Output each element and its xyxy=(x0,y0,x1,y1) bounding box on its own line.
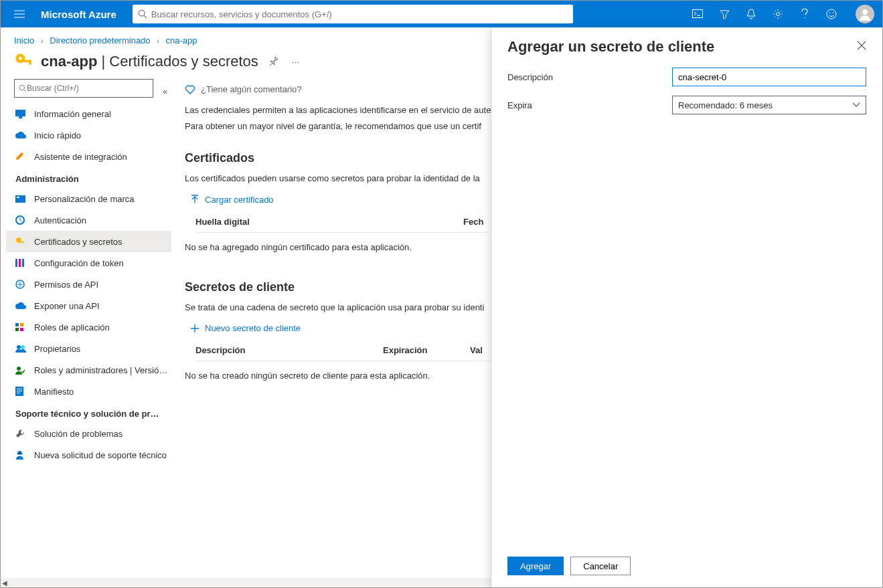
nav-label: Roles de aplicación xyxy=(34,322,110,332)
api-perms-icon xyxy=(15,280,25,289)
svg-rect-34 xyxy=(17,391,22,391)
topbar-actions xyxy=(684,1,845,27)
nav-label: Autenticación xyxy=(34,215,86,225)
pin-button[interactable] xyxy=(266,54,281,70)
svg-point-12 xyxy=(19,85,25,90)
close-icon xyxy=(857,41,866,50)
chevron-down-icon xyxy=(852,102,860,108)
bell-icon xyxy=(746,9,756,19)
nav-label: Asistente de integración xyxy=(34,152,127,162)
nav-quickstart[interactable]: Inicio rápido xyxy=(6,124,171,146)
nav-label: Información general xyxy=(34,109,111,119)
topbar: Microsoft Azure xyxy=(1,1,882,27)
panel-title: Agregar un secreto de cliente xyxy=(507,38,714,56)
expires-select[interactable]: Recomendado: 6 meses xyxy=(672,96,866,114)
global-search[interactable] xyxy=(133,5,573,23)
nav-label: Manifiesto xyxy=(34,387,74,397)
search-icon xyxy=(138,9,147,19)
cloud-icon xyxy=(15,131,26,139)
nav-label: Propietarios xyxy=(34,344,80,354)
nav-overview[interactable]: Información general xyxy=(6,103,171,124)
nav-token-config[interactable]: Configuración de token xyxy=(6,252,171,274)
svg-rect-35 xyxy=(17,393,20,393)
global-search-input[interactable] xyxy=(147,9,568,19)
sidenav: « Información general Inicio rápido Asis… xyxy=(1,79,171,587)
cancel-button[interactable]: Cancelar xyxy=(570,557,631,575)
more-button[interactable]: ··· xyxy=(289,54,302,70)
description-label: Descripción xyxy=(507,72,672,82)
nav-expose-api[interactable]: Exponer una API xyxy=(6,295,171,316)
breadcrumb-app[interactable]: cna-app xyxy=(166,35,197,45)
avatar[interactable] xyxy=(856,5,874,23)
overview-icon xyxy=(15,110,25,118)
svg-point-31 xyxy=(17,367,21,371)
nav-certs-secrets[interactable]: Certificados y secretos xyxy=(6,231,171,252)
support-icon xyxy=(15,450,24,460)
nav-app-roles[interactable]: Roles de aplicación xyxy=(6,316,171,338)
svg-rect-17 xyxy=(17,197,19,198)
nav-support-request[interactable]: Nueva solicitud de soporte técnico xyxy=(6,444,171,466)
svg-rect-2 xyxy=(693,10,703,18)
collapse-sidenav-button[interactable]: « xyxy=(163,86,167,96)
nav-integration[interactable]: Asistente de integración xyxy=(6,146,171,167)
cert-col-date: Fech xyxy=(463,217,483,227)
svg-point-3 xyxy=(777,13,780,16)
svg-rect-15 xyxy=(19,116,22,118)
nav-roles-admin[interactable]: Roles y administradores | Versió… xyxy=(6,359,171,381)
svg-rect-25 xyxy=(15,323,19,326)
nav-label: Permisos de API xyxy=(34,280,98,290)
key-icon xyxy=(14,52,33,71)
smiley-icon xyxy=(826,9,837,19)
expires-value: Recomendado: 6 meses xyxy=(678,100,773,110)
svg-point-5 xyxy=(829,12,831,13)
svg-rect-11 xyxy=(29,60,31,65)
close-panel-button[interactable] xyxy=(854,38,869,55)
chevron-right-icon: › xyxy=(37,37,48,45)
cloud-shell-button[interactable] xyxy=(684,1,711,27)
svg-rect-21 xyxy=(15,259,17,267)
nav-api-perms[interactable]: Permisos de API xyxy=(6,274,171,295)
directories-button[interactable] xyxy=(711,1,738,27)
svg-rect-33 xyxy=(17,389,22,389)
nav-label: Nueva solicitud de soporte técnico xyxy=(34,450,167,460)
svg-line-13 xyxy=(24,90,26,92)
svg-rect-16 xyxy=(15,195,25,203)
add-button[interactable]: Agregar xyxy=(507,557,564,575)
nav-auth[interactable]: Autenticación xyxy=(6,209,171,231)
pin-icon xyxy=(269,56,278,66)
svg-point-6 xyxy=(833,12,834,13)
description-input[interactable] xyxy=(672,68,866,86)
upload-icon xyxy=(190,195,199,204)
page-title: cna-app | Certificados y secretos xyxy=(41,53,258,70)
hamburger-menu[interactable] xyxy=(6,1,33,27)
svg-rect-23 xyxy=(22,259,24,267)
nav-troubleshoot[interactable]: Solución de problemas xyxy=(6,423,171,444)
nav-owners[interactable]: Propietarios xyxy=(6,338,171,359)
brand-label[interactable]: Microsoft Azure xyxy=(38,9,127,20)
sidenav-search[interactable] xyxy=(14,79,153,98)
settings-button[interactable] xyxy=(765,1,791,27)
search-icon xyxy=(19,84,27,92)
notifications-button[interactable] xyxy=(738,1,765,27)
nav-branding[interactable]: Personalización de marca xyxy=(6,188,171,209)
svg-rect-28 xyxy=(20,328,23,331)
filter-icon xyxy=(720,9,730,19)
help-button[interactable] xyxy=(791,1,818,27)
owners-icon xyxy=(15,345,26,353)
nav-manifest[interactable]: Manifiesto xyxy=(6,381,171,402)
roles-admin-icon xyxy=(15,366,25,375)
breadcrumb-directory[interactable]: Directorio predeterminado xyxy=(50,35,150,45)
sidenav-search-input[interactable] xyxy=(27,84,149,93)
breadcrumb-home[interactable]: Inicio xyxy=(14,35,34,45)
nav-label: Personalización de marca xyxy=(34,194,135,204)
nav-label: Exponer una API xyxy=(34,301,100,311)
gear-icon xyxy=(773,9,783,19)
app-roles-icon xyxy=(15,323,25,331)
nav-label: Inicio rápido xyxy=(34,130,81,140)
svg-rect-14 xyxy=(15,110,25,116)
svg-line-1 xyxy=(144,15,147,18)
key-icon xyxy=(15,237,25,246)
svg-rect-22 xyxy=(19,259,21,267)
feedback-button[interactable] xyxy=(818,1,845,27)
svg-point-30 xyxy=(21,345,25,349)
